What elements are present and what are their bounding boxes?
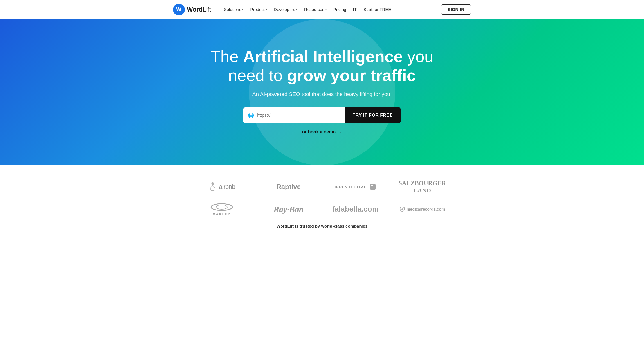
rayban-logo: Ray·Ban <box>273 205 304 214</box>
list-item: falabella.com <box>329 203 382 216</box>
nav-product[interactable]: Product ▾ <box>247 5 270 14</box>
brands-grid: airbnb Raptive IPPEN DIGITAL SALZBOURGER… <box>196 180 449 216</box>
nav-solutions[interactable]: Solutions ▾ <box>221 5 246 14</box>
chevron-down-icon: ▾ <box>296 8 297 11</box>
url-input[interactable] <box>257 113 340 118</box>
globe-icon: 🌐 <box>248 112 254 118</box>
brands-section: airbnb Raptive IPPEN DIGITAL SALZBOURGER… <box>0 165 644 240</box>
nav-pricing[interactable]: Pricing <box>331 5 349 14</box>
logo[interactable]: W WordLift <box>173 4 211 15</box>
arrow-icon: → <box>337 129 342 134</box>
logo-text: WordLift <box>187 6 211 13</box>
nav-start-free[interactable]: Start for FREE <box>361 5 394 14</box>
medicalrecords-logo: medicalrecords.com <box>400 207 445 212</box>
list-item: IPPEN DIGITAL <box>329 180 382 194</box>
nav-developers[interactable]: Developers ▾ <box>271 5 300 14</box>
signin-button[interactable]: SIGN IN <box>441 4 471 15</box>
try-free-button[interactable]: TRY IT FOR FREE <box>345 107 401 123</box>
hero-content: The Artificial Intelligence you need to … <box>196 30 449 154</box>
logo-circle: W <box>173 4 185 15</box>
url-input-wrapper: 🌐 <box>243 107 345 123</box>
list-item: airbnb <box>196 180 248 194</box>
chevron-down-icon: ▾ <box>242 8 243 11</box>
hero-section: The Artificial Intelligence you need to … <box>0 19 644 165</box>
svg-point-2 <box>216 205 227 209</box>
nav-links: Solutions ▾ Product ▾ Developers ▾ Resou… <box>221 5 441 14</box>
falabella-logo: falabella.com <box>332 205 379 214</box>
raptive-logo: Raptive <box>276 183 301 191</box>
list-item: OAKLEY <box>196 203 248 216</box>
chevron-down-icon: ▾ <box>325 8 327 11</box>
nav-it[interactable]: IT <box>350 5 360 14</box>
book-demo-link[interactable]: or book a demo → <box>302 129 342 134</box>
hero-form: 🌐 TRY IT FOR FREE <box>201 107 443 123</box>
airbnb-logo: airbnb <box>208 182 235 192</box>
oakley-logo: OAKLEY <box>210 203 233 216</box>
navbar: W WordLift Solutions ▾ Product ▾ Develop… <box>0 0 644 19</box>
salzburger-land-logo: SALZBOURGERLAND <box>398 180 446 194</box>
list-item: Ray·Ban <box>262 203 315 216</box>
list-item: medicalrecords.com <box>396 203 449 216</box>
list-item: SALZBOURGERLAND <box>396 180 449 194</box>
ippen-digital-logo: IPPEN DIGITAL <box>335 183 376 190</box>
hero-subtitle: An AI-powered SEO tool that does the hea… <box>201 91 443 97</box>
brands-tagline: WordLift is trusted by world-class compa… <box>277 224 368 228</box>
chevron-down-icon: ▾ <box>266 8 267 11</box>
hero-title: The Artificial Intelligence you need to … <box>201 47 443 85</box>
list-item: Raptive <box>262 180 315 194</box>
nav-resources[interactable]: Resources ▾ <box>301 5 329 14</box>
